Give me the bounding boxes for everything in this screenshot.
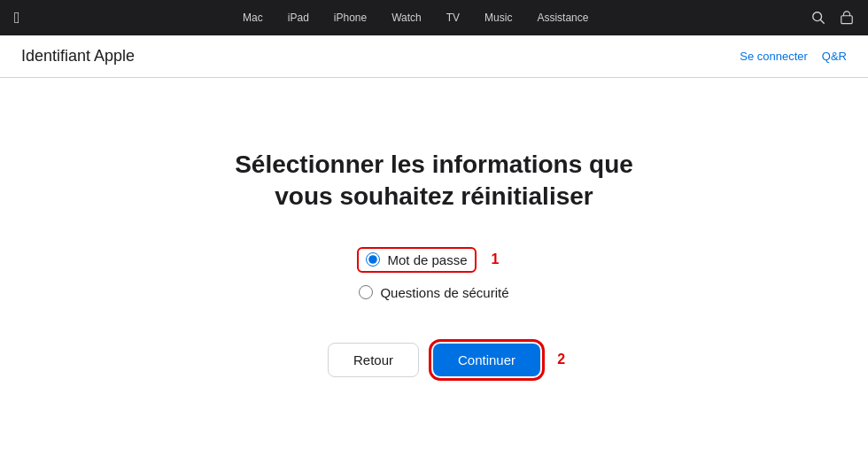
option-questions-securite[interactable]: Questions de sécurité [359,285,508,300]
annotation-1: 1 [492,251,500,267]
radio-questions-securite[interactable] [359,285,373,299]
retour-button[interactable]: Retour [328,343,419,377]
nav-ipad[interactable]: iPad [275,12,322,24]
continuer-wrapper: Continuer 2 [433,344,540,376]
nav-mac[interactable]: Mac [230,12,275,24]
search-icon[interactable] [811,11,825,25]
nav-music[interactable]: Music [472,12,524,24]
radio-mot-de-passe[interactable] [366,252,380,267]
page-title: Identifiant Apple [21,47,135,66]
svg-rect-2 [841,16,852,24]
buttons-row: Retour Continuer 2 [328,343,540,377]
nav-iphone[interactable]: iPhone [322,12,379,24]
page-heading: Sélectionner les informations que vous s… [204,149,664,213]
options-container: Mot de passe 1 Questions de sécurité [359,249,508,300]
nav-watch[interactable]: Watch [379,12,434,24]
header-bar: Identifiant Apple Se connecter Q&R [0,35,868,78]
nav-assistance[interactable]: Assistance [524,12,601,24]
nav-tv[interactable]: TV [434,12,472,24]
signin-link[interactable]: Se connecter [740,50,808,63]
main-content: Sélectionner les informations que vous s… [0,78,868,377]
bag-icon[interactable] [840,11,854,25]
apple-logo[interactable]:  [14,9,20,27]
qa-link[interactable]: Q&R [822,50,847,63]
header-links: Se connecter Q&R [740,50,847,63]
svg-line-1 [820,19,824,23]
annotation-2: 2 [557,352,565,367]
continuer-button[interactable]: Continuer [433,344,540,376]
option-mot-de-passe-label: Mot de passe [387,252,467,267]
option-questions-securite-label: Questions de sécurité [380,285,508,300]
option-mot-de-passe[interactable]: Mot de passe 1 [359,249,474,271]
